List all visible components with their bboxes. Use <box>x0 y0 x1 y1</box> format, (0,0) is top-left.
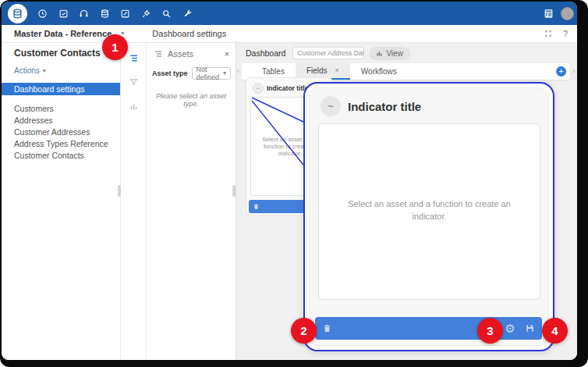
help-button[interactable]: ? <box>563 29 568 38</box>
table-view-selector-label: Customer Contacts <box>14 48 101 59</box>
search-button[interactable] <box>161 8 172 19</box>
indicator-editor-dropzone[interactable]: Select an asset and a function to create… <box>318 123 540 300</box>
assets-empty-message: Please select an asset type. <box>147 92 236 108</box>
add-tab-button[interactable]: + <box>556 66 566 77</box>
caret-down-icon: ▾ <box>43 68 46 74</box>
sidebar-item-customer-addresses[interactable]: Customer Addresses <box>2 126 120 137</box>
funnel-icon <box>129 77 139 87</box>
asset-type-select[interactable]: Not defined ▾ <box>192 67 231 80</box>
main-content: Dashboard Customer Address Datase ▾ View… <box>236 43 577 360</box>
sidebar-table-list: Customers Addresses Customer Addresses A… <box>2 102 120 161</box>
page-header: Master Data - Reference ▾ Dashboard sett… <box>2 25 577 43</box>
tasks-button[interactable] <box>58 8 69 19</box>
view-button[interactable]: View <box>369 47 410 60</box>
table-grid-icon <box>544 9 554 19</box>
database-stack-icon <box>100 9 110 19</box>
toolbar-right-group <box>544 7 574 20</box>
chart-panel-button[interactable] <box>121 97 146 116</box>
indicator-editor-title: Indicator title <box>348 100 421 113</box>
top-toolbar <box>2 2 577 25</box>
close-icon[interactable]: × <box>225 50 229 59</box>
bar-chart-icon <box>376 50 383 57</box>
indicator-editor-action-bar: ⚙ <box>315 317 542 340</box>
action-bar-right-group: ⚙ <box>505 322 535 334</box>
forms-button[interactable] <box>120 8 131 19</box>
gear-button[interactable]: ⚙ <box>505 322 515 334</box>
chevron-right-icon[interactable]: › <box>572 67 575 75</box>
dashboard-label: Dashboard <box>246 48 285 58</box>
assets-panel: Assets × Asset type Not defined ▾ Please… <box>147 43 236 360</box>
sidebar-item-customers[interactable]: Customers <box>2 102 120 114</box>
asset-type-label: Asset type <box>152 69 188 77</box>
annotated-screenshot-frame: Master Data - Reference ▾ Dashboard sett… <box>0 0 588 367</box>
assets-panel-title: Assets <box>168 49 193 59</box>
setup-button[interactable] <box>182 8 193 19</box>
annotation-badge-3: 3 <box>477 318 503 344</box>
indicator-editor-card: ~ Indicator title Select an asset and a … <box>303 82 554 351</box>
page-title: Dashboard settings <box>152 29 226 38</box>
headset-icon <box>79 9 89 19</box>
sidebar-item-addresses[interactable]: Addresses <box>2 114 120 126</box>
bar-chart-icon <box>129 102 139 112</box>
sidebar-item-customer-contacts[interactable]: Customer Contacts <box>2 149 120 161</box>
asset-type-value: Not defined <box>197 66 223 81</box>
trash-button[interactable] <box>322 323 332 333</box>
database-icon <box>12 8 23 20</box>
filter-panel-button[interactable] <box>121 73 146 91</box>
annotation-badge-1: 1 <box>102 34 128 60</box>
tab-workflows[interactable]: Workflows <box>350 63 408 80</box>
assets-panel-header: Assets × <box>147 43 236 59</box>
wave-icon: ~ <box>321 96 341 116</box>
wrench-icon <box>182 9 193 19</box>
trash-icon <box>253 203 260 210</box>
history-button[interactable] <box>37 8 48 19</box>
edit-square-icon <box>120 9 130 19</box>
database-app-button[interactable] <box>8 4 27 23</box>
support-button[interactable] <box>79 8 90 19</box>
asset-tree-icon <box>129 53 139 63</box>
fullscreen-button[interactable] <box>544 30 552 37</box>
user-avatar[interactable] <box>561 7 574 20</box>
check-square-icon <box>58 9 69 19</box>
integrations-button[interactable] <box>140 8 151 19</box>
indicator-editor-empty-message: Select an asset and a function to create… <box>348 199 511 221</box>
asset-tree-icon <box>154 49 163 59</box>
asset-type-row: Asset type Not defined ▾ <box>147 67 236 80</box>
workspace-selector[interactable]: Master Data - Reference <box>14 29 112 38</box>
close-icon[interactable]: × <box>335 67 339 74</box>
chevron-left-icon[interactable]: ‹ <box>237 67 239 75</box>
left-sidebar: Customer Contacts ▾ Actions ▾ Dashboard … <box>2 43 121 360</box>
header-right-group: ? <box>544 29 568 38</box>
dashboard-select[interactable]: Customer Address Datase ▾ <box>292 47 364 59</box>
actions-label: Actions <box>14 66 40 75</box>
data-button[interactable] <box>99 8 110 19</box>
caret-down-icon: ▾ <box>223 70 226 77</box>
annotation-badge-2: 2 <box>291 318 317 344</box>
search-icon <box>161 9 172 19</box>
tab-fields-label: Fields <box>306 66 328 75</box>
dashboard-selector-row: Dashboard Customer Address Datase ▾ View <box>236 44 577 62</box>
sidebar-item-dashboard-settings-selected[interactable]: Dashboard settings <box>2 83 120 95</box>
panel-icon-strip <box>121 43 147 360</box>
save-button[interactable] <box>525 323 535 333</box>
sidebar-resize-handle[interactable] <box>118 185 121 197</box>
annotation-badge-4: 4 <box>542 318 568 344</box>
wave-icon: ~ <box>253 83 264 94</box>
view-button-label: View <box>386 49 403 58</box>
clock-icon <box>37 9 48 19</box>
indicator-editor-header: ~ Indicator title <box>321 96 548 116</box>
assets-panel-resize-handle[interactable] <box>232 185 236 197</box>
actions-menu[interactable]: Actions ▾ <box>2 59 120 75</box>
indicator-widget-title: Indicator title <box>267 84 308 92</box>
dashboard-select-value: Customer Address Datase <box>297 49 364 57</box>
data-grid-button[interactable] <box>544 9 554 19</box>
indicator-editor-body: ~ Indicator title Select an asset and a … <box>309 87 549 346</box>
app-window: Master Data - Reference ▾ Dashboard sett… <box>2 2 577 360</box>
plug-icon <box>141 9 151 19</box>
sidebar-item-address-types-reference[interactable]: Address Types Reference <box>2 137 120 149</box>
